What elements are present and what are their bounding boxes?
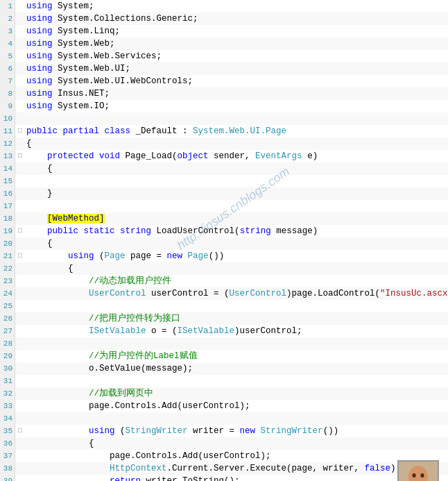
collapse-button <box>15 12 25 25</box>
code-line: 19□ public static string LoadUserControl… <box>0 225 448 237</box>
code-text <box>25 375 448 387</box>
collapse-button <box>15 25 25 37</box>
line-number: 29 <box>0 350 15 362</box>
collapse-button <box>15 287 25 300</box>
code-line: 39 return writer.ToString(); <box>0 475 448 481</box>
code-line: 37 page.Controls.Add(userControl); <box>0 450 448 462</box>
code-line: 26 //把用户控件转为接口 <box>0 312 448 325</box>
code-text: public partial class _Default : System.W… <box>25 125 448 137</box>
line-number: 36 <box>0 437 15 450</box>
code-line: 29 //为用户控件的Label赋值 <box>0 350 448 362</box>
code-text: using Insus.NET; <box>25 87 448 100</box>
code-line: 35□ using (StringWriter writer = new Str… <box>0 425 448 437</box>
collapse-button <box>15 325 25 337</box>
collapse-button <box>15 137 25 150</box>
collapse-button <box>15 75 25 87</box>
code-text: } <box>25 187 448 200</box>
collapse-button[interactable]: □ <box>15 150 25 162</box>
code-line: 11□public partial class _Default : Syste… <box>0 125 448 137</box>
line-number: 2 <box>0 12 15 25</box>
collapse-button <box>15 237 25 250</box>
code-line: 18 [WebMethod] <box>0 212 448 225</box>
code-line: 27 ISetValable o = (ISetValable)userCont… <box>0 325 448 337</box>
code-text: //加载到网页中 <box>25 387 448 400</box>
code-text: public static string LoadUserControl(str… <box>25 225 448 237</box>
collapse-button <box>15 350 25 362</box>
line-number: 34 <box>0 412 15 425</box>
collapse-button <box>15 450 25 462</box>
code-editor: 1using System;2using System.Collections.… <box>0 0 448 481</box>
collapse-button <box>15 437 25 450</box>
line-number: 38 <box>0 462 15 475</box>
line-number: 26 <box>0 312 15 325</box>
code-text: protected void Page_Load(object sender, … <box>25 150 448 162</box>
collapse-button <box>15 175 25 187</box>
code-line: 15 <box>0 175 448 187</box>
code-line: 23 //动态加载用户控件 <box>0 275 448 287</box>
code-line: 36 { <box>0 437 448 450</box>
line-number: 22 <box>0 262 15 275</box>
collapse-button[interactable]: □ <box>15 125 25 137</box>
collapse-button <box>15 262 25 275</box>
collapse-button[interactable]: □ <box>15 225 25 237</box>
code-text: return writer.ToString(); <box>25 475 448 481</box>
collapse-button <box>15 0 25 12</box>
code-line: 28 <box>0 337 448 350</box>
line-number: 12 <box>0 137 15 150</box>
line-number: 7 <box>0 75 15 87</box>
code-text: o.SetValue(message); <box>25 362 448 375</box>
code-text: using System.Web.Services; <box>25 50 448 62</box>
line-number: 9 <box>0 100 15 112</box>
line-number: 10 <box>0 112 15 125</box>
collapse-button <box>15 87 25 100</box>
line-number: 32 <box>0 387 15 400</box>
code-line: 10 <box>0 112 448 125</box>
code-line: 21□ using (Page page = new Page()) <box>0 250 448 262</box>
collapse-button <box>15 37 25 50</box>
code-text: { <box>25 437 448 450</box>
collapse-button[interactable]: □ <box>15 425 25 437</box>
code-line: 16 } <box>0 187 448 200</box>
collapse-button[interactable]: □ <box>15 250 25 262</box>
code-text: { <box>25 137 448 150</box>
line-number: 3 <box>0 25 15 37</box>
collapse-button <box>15 312 25 325</box>
collapse-button <box>15 112 25 125</box>
collapse-button <box>15 362 25 375</box>
code-line: 30 o.SetValue(message); <box>0 362 448 375</box>
line-number: 19 <box>0 225 15 237</box>
code-line: 14 { <box>0 162 448 175</box>
collapse-button <box>15 187 25 200</box>
collapse-button <box>15 387 25 400</box>
code-line: 34 <box>0 412 448 425</box>
code-line: 3using System.Linq; <box>0 25 448 37</box>
line-number: 39 <box>0 475 15 481</box>
collapse-button <box>15 100 25 112</box>
avatar-image <box>397 460 439 481</box>
code-line: 1using System; <box>0 0 448 12</box>
code-text: //动态加载用户控件 <box>25 275 448 287</box>
collapse-button <box>15 275 25 287</box>
code-line: 20 { <box>0 237 448 250</box>
collapse-button <box>15 375 25 387</box>
line-number: 30 <box>0 362 15 375</box>
code-text: using System.IO; <box>25 100 448 112</box>
collapse-button <box>15 300 25 312</box>
code-text <box>25 412 448 425</box>
collapse-button <box>15 62 25 75</box>
line-number: 1 <box>0 0 15 12</box>
code-text <box>25 300 448 312</box>
code-text: { <box>25 262 448 275</box>
code-text: { <box>25 237 448 250</box>
code-line: 7using System.Web.UI.WebControls; <box>0 75 448 87</box>
code-text: HttpContext.Current.Server.Execute(page,… <box>25 462 448 475</box>
code-line: 12{ <box>0 137 448 150</box>
code-line: 13□ protected void Page_Load(object send… <box>0 150 448 162</box>
collapse-button <box>15 462 25 475</box>
code-text: using System.Web.UI; <box>25 62 448 75</box>
collapse-button <box>15 50 25 62</box>
line-number: 23 <box>0 275 15 287</box>
line-number: 35 <box>0 425 15 437</box>
line-number: 8 <box>0 87 15 100</box>
code-text <box>25 175 448 187</box>
